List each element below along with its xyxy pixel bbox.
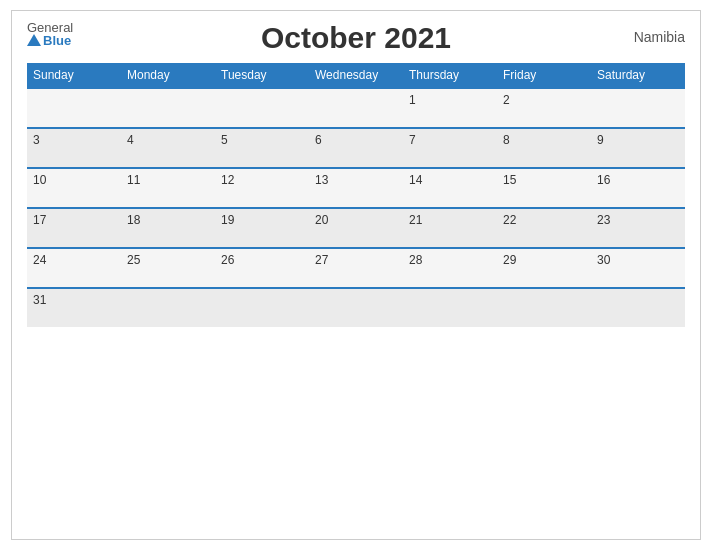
day-number: 4 [127, 133, 134, 147]
col-sunday: Sunday [27, 63, 121, 88]
calendar-day-cell: 21 [403, 208, 497, 248]
calendar-day-cell: 15 [497, 168, 591, 208]
logo: General Blue [27, 21, 73, 47]
calendar-title: October 2021 [261, 21, 451, 55]
calendar-day-cell: 8 [497, 128, 591, 168]
day-number: 24 [33, 253, 46, 267]
calendar-day-cell [27, 88, 121, 128]
col-tuesday: Tuesday [215, 63, 309, 88]
calendar-table: Sunday Monday Tuesday Wednesday Thursday… [27, 63, 685, 327]
col-wednesday: Wednesday [309, 63, 403, 88]
calendar-day-cell: 30 [591, 248, 685, 288]
day-number: 19 [221, 213, 234, 227]
day-number: 30 [597, 253, 610, 267]
calendar-day-cell [215, 288, 309, 327]
day-number: 3 [33, 133, 40, 147]
day-number: 11 [127, 173, 140, 187]
calendar-day-cell [309, 88, 403, 128]
calendar-header: General Blue October 2021 Namibia [27, 21, 685, 55]
calendar-day-cell: 25 [121, 248, 215, 288]
day-number: 14 [409, 173, 422, 187]
day-number: 18 [127, 213, 140, 227]
calendar-day-cell: 22 [497, 208, 591, 248]
weekday-header-row: Sunday Monday Tuesday Wednesday Thursday… [27, 63, 685, 88]
calendar-day-cell: 12 [215, 168, 309, 208]
calendar-day-cell: 23 [591, 208, 685, 248]
calendar-day-cell: 9 [591, 128, 685, 168]
calendar-day-cell: 1 [403, 88, 497, 128]
day-number: 13 [315, 173, 328, 187]
calendar-week-row: 17181920212223 [27, 208, 685, 248]
day-number: 28 [409, 253, 422, 267]
logo-blue-text: Blue [27, 34, 71, 47]
logo-triangle-icon [27, 34, 41, 46]
calendar-header-row: Sunday Monday Tuesday Wednesday Thursday… [27, 63, 685, 88]
day-number: 31 [33, 293, 46, 307]
day-number: 22 [503, 213, 516, 227]
calendar-day-cell: 11 [121, 168, 215, 208]
day-number: 17 [33, 213, 46, 227]
calendar-day-cell [309, 288, 403, 327]
calendar-day-cell: 13 [309, 168, 403, 208]
calendar-day-cell [215, 88, 309, 128]
country-label: Namibia [634, 29, 685, 45]
calendar-day-cell: 29 [497, 248, 591, 288]
day-number: 8 [503, 133, 510, 147]
day-number: 9 [597, 133, 604, 147]
day-number: 5 [221, 133, 228, 147]
calendar-week-row: 24252627282930 [27, 248, 685, 288]
calendar-day-cell: 27 [309, 248, 403, 288]
day-number: 23 [597, 213, 610, 227]
col-saturday: Saturday [591, 63, 685, 88]
day-number: 15 [503, 173, 516, 187]
calendar-week-row: 3456789 [27, 128, 685, 168]
day-number: 6 [315, 133, 322, 147]
calendar-week-row: 12 [27, 88, 685, 128]
calendar-container: General Blue October 2021 Namibia Sunday… [11, 10, 701, 540]
day-number: 20 [315, 213, 328, 227]
calendar-day-cell: 10 [27, 168, 121, 208]
day-number: 2 [503, 93, 510, 107]
calendar-day-cell: 26 [215, 248, 309, 288]
calendar-day-cell [403, 288, 497, 327]
col-monday: Monday [121, 63, 215, 88]
calendar-body: 1234567891011121314151617181920212223242… [27, 88, 685, 327]
calendar-day-cell: 16 [591, 168, 685, 208]
calendar-day-cell: 7 [403, 128, 497, 168]
calendar-day-cell: 19 [215, 208, 309, 248]
calendar-day-cell: 5 [215, 128, 309, 168]
calendar-day-cell: 6 [309, 128, 403, 168]
calendar-day-cell: 2 [497, 88, 591, 128]
col-thursday: Thursday [403, 63, 497, 88]
calendar-day-cell [121, 88, 215, 128]
day-number: 16 [597, 173, 610, 187]
calendar-day-cell: 24 [27, 248, 121, 288]
calendar-day-cell: 4 [121, 128, 215, 168]
day-number: 25 [127, 253, 140, 267]
day-number: 21 [409, 213, 422, 227]
day-number: 26 [221, 253, 234, 267]
calendar-day-cell: 17 [27, 208, 121, 248]
day-number: 29 [503, 253, 516, 267]
calendar-day-cell: 3 [27, 128, 121, 168]
calendar-day-cell: 18 [121, 208, 215, 248]
day-number: 1 [409, 93, 416, 107]
calendar-day-cell: 20 [309, 208, 403, 248]
calendar-day-cell [497, 288, 591, 327]
calendar-week-row: 31 [27, 288, 685, 327]
calendar-day-cell: 28 [403, 248, 497, 288]
calendar-week-row: 10111213141516 [27, 168, 685, 208]
day-number: 7 [409, 133, 416, 147]
calendar-day-cell [121, 288, 215, 327]
day-number: 12 [221, 173, 234, 187]
col-friday: Friday [497, 63, 591, 88]
calendar-day-cell: 31 [27, 288, 121, 327]
calendar-day-cell: 14 [403, 168, 497, 208]
day-number: 27 [315, 253, 328, 267]
day-number: 10 [33, 173, 46, 187]
calendar-day-cell [591, 288, 685, 327]
calendar-day-cell [591, 88, 685, 128]
